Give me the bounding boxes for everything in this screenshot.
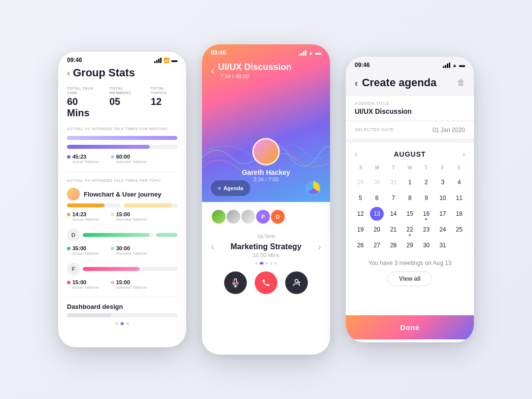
discussion-bg: 09:46 ▲ ▬ [202, 44, 330, 202]
up-next-prev-btn[interactable]: ‹ [211, 241, 214, 252]
topic-2-bar-wrapper: D [67, 229, 177, 241]
cal-day-31o[interactable]: 31 [387, 175, 400, 189]
cal-day-30[interactable]: 30 [419, 238, 433, 252]
cal-day-1[interactable]: 1 [403, 175, 417, 189]
cal-day-14[interactable]: 14 [387, 207, 400, 221]
cal-day-t2: T [418, 164, 434, 172]
wifi-icon-3: ▲ [452, 63, 457, 68]
topic-1-intended-label: 15:00 Intended Talktime [111, 211, 147, 222]
agenda-header: ‹ Create agenda 🗑 [346, 71, 474, 96]
stat-topics-value: 12 [151, 96, 177, 107]
participant-5: D [270, 209, 286, 225]
up-next-section: Up Next ‹ Marketing Strategy › 10.00 Min… [202, 230, 330, 258]
stat-talk-time-value: 60 Mins [67, 96, 100, 119]
trash-icon[interactable]: 🗑 [457, 78, 465, 87]
cal-day-18[interactable]: 18 [452, 207, 466, 221]
topic-3-bar-wrapper: F [67, 263, 177, 275]
phone-1-content: ‹ Group Stats TOTAL TALK TIME 60 Mins TO… [58, 66, 186, 344]
cal-day-28[interactable]: 28 [387, 238, 400, 252]
agenda-button[interactable]: ≡ Agenda [211, 180, 250, 196]
cal-day-24[interactable]: 24 [436, 223, 450, 236]
date-field-value: 01 Jan 2020 [432, 127, 465, 133]
cal-day-2[interactable]: 2 [419, 175, 433, 189]
cal-day-empty [452, 238, 466, 252]
cal-day-17[interactable]: 17 [436, 207, 450, 221]
cal-day-26[interactable]: 26 [354, 238, 367, 252]
participant-2 [226, 209, 241, 225]
cal-day-7[interactable]: 7 [387, 191, 400, 205]
cal-day-t1: T [385, 164, 401, 172]
cal-day-6[interactable]: 6 [370, 191, 384, 205]
up-next-nav: ‹ Marketing Strategy › [211, 241, 321, 252]
status-icons-2: ▲ ▬ [299, 49, 321, 56]
stat-talk-time-label: TOTAL TALK TIME [67, 86, 100, 95]
talk-time-section: ACTUAL VS INTENDED TALK TIMES FOR MEETIN… [67, 127, 177, 164]
discussion-nav: ‹ UI/UX Discussion 7:34 / 45:00 [202, 62, 330, 79]
bottom-icons-row: ≡ Agenda [202, 180, 330, 196]
mute-button[interactable] [224, 271, 247, 294]
cal-day-8[interactable]: 8 [403, 191, 417, 205]
up-next-next-btn[interactable]: › [318, 241, 321, 252]
cal-day-15[interactable]: 15 [403, 207, 417, 221]
participant-4: P [255, 209, 271, 225]
status-icons-1: 📶 ▬ [154, 57, 177, 64]
cal-day-12[interactable]: 12 [354, 207, 367, 221]
meetings-info: You have 3 meetings on Aug 13 View all [346, 253, 474, 291]
participants-row: P D [202, 202, 330, 230]
wifi-icon-1: 📶 [164, 58, 169, 63]
cal-day-11[interactable]: 11 [452, 191, 466, 205]
status-time-2: 09:46 [211, 49, 226, 56]
cal-day-5[interactable]: 5 [354, 191, 367, 205]
done-button[interactable]: Done [346, 315, 474, 339]
battery-icon-3: ▬ [459, 62, 465, 68]
actual-time-value: 45:23 [72, 154, 99, 160]
cal-day-3[interactable]: 3 [436, 175, 450, 189]
actual-dot [67, 155, 70, 159]
end-call-button[interactable] [255, 271, 277, 294]
stat-members: TOTAL MEMBERS 05 [109, 86, 141, 119]
cal-day-23[interactable]: 23 [419, 223, 433, 236]
nav-back-1[interactable]: ‹ Group Stats [67, 66, 177, 79]
status-bar-2: 09:46 ▲ ▬ [202, 44, 330, 59]
cal-day-29o[interactable]: 29 [354, 175, 367, 189]
signal-icon-2 [299, 50, 306, 56]
up-dot-5 [274, 262, 277, 265]
cal-day-9[interactable]: 9 [419, 191, 433, 205]
stat-talk-time: TOTAL TALK TIME 60 Mins [67, 86, 100, 119]
cal-day-19[interactable]: 19 [354, 223, 367, 236]
intended-bar-container [67, 136, 177, 140]
up-dot-2 [260, 262, 264, 265]
cal-day-27[interactable]: 27 [370, 238, 384, 252]
cal-day-13-today[interactable]: 13 [370, 207, 384, 221]
screens-container: 09:46 📶 ▬ ‹ Group Stats TOTAL TALK TIME [48, 34, 484, 365]
phone-3-content: ‹ Create agenda 🗑 Agenda Title UI/UX Dis… [346, 71, 474, 339]
signal-icon-3 [443, 63, 450, 68]
discussion-back-btn[interactable]: ‹ [211, 65, 214, 76]
back-arrow-icon-1[interactable]: ‹ [67, 68, 70, 78]
cal-day-30o[interactable]: 30 [370, 175, 384, 189]
agenda-back-btn[interactable]: ‹ [355, 77, 358, 89]
cal-day-31[interactable]: 31 [436, 238, 450, 252]
cal-day-4[interactable]: 4 [452, 175, 466, 189]
topic-3-intended-label: 15:00 Intended Talktime [111, 279, 147, 290]
topic-2-time-labels: 35:00 Actual Talktime 30:00 Intended Tal… [67, 245, 177, 256]
cal-next-btn[interactable]: › [463, 150, 465, 159]
topic-1-intended-bar [124, 203, 177, 207]
cal-day-20[interactable]: 20 [370, 223, 384, 236]
status-time-1: 09:46 [67, 57, 82, 64]
cal-day-21[interactable]: 21 [387, 223, 400, 236]
phone-group-stats: 09:46 📶 ▬ ‹ Group Stats TOTAL TALK TIME [58, 52, 186, 347]
agenda-title-value[interactable]: UI/UX Discussion [355, 107, 465, 115]
cal-day-16[interactable]: 16··· [419, 207, 433, 221]
discussion-subtitle: 7:34 / 45:00 [220, 73, 292, 79]
dashboard-label: Dashboard design [67, 303, 177, 310]
participant-1 [211, 209, 227, 225]
cal-day-25[interactable]: 25 [452, 223, 466, 236]
phone-discussion: 09:46 ▲ ▬ [202, 44, 330, 355]
cal-day-29[interactable]: 29 [403, 238, 417, 252]
cal-day-22[interactable]: 22·· [403, 223, 417, 236]
view-all-button[interactable]: View all [388, 271, 432, 286]
cal-day-10[interactable]: 10 [436, 191, 450, 205]
topic-avatar-d: D [67, 229, 80, 241]
add-participant-button[interactable] [285, 271, 308, 294]
